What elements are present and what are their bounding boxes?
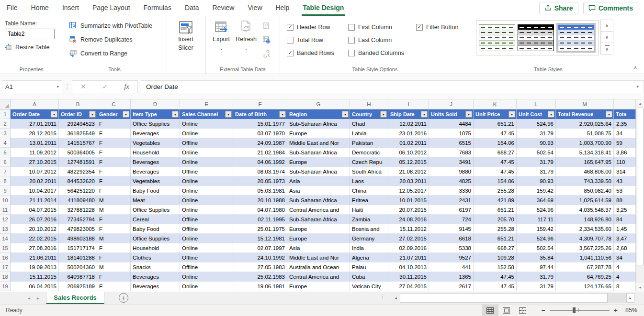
header-cell-total[interactable]: Total [614,109,636,119]
cell[interactable]: 6197 [429,205,474,215]
cell[interactable]: 1,45 [614,224,636,234]
column-header-k[interactable]: K [474,99,517,109]
cell[interactable]: 27.08.2016 [11,243,59,253]
cell[interactable]: 2,334,535.60 [556,224,614,234]
cell[interactable]: 31.79 [517,167,556,176]
insert-slicer-button[interactable]: Insert Slicer [166,16,205,52]
new-sheet-button[interactable]: + [119,293,128,303]
cell[interactable]: 21.11.2014 [11,196,59,205]
cell[interactable]: Central America and [287,272,350,282]
cell[interactable]: 2,920,025.64 [556,119,614,129]
cell[interactable]: Household [131,243,180,253]
row-header-4[interactable]: 4 [0,138,11,148]
cell[interactable]: 47.45 [474,167,517,176]
option-header-row[interactable]: ✓Header Row [287,21,348,33]
cell[interactable]: 47.45 [474,272,517,282]
cell[interactable]: 9880 [429,167,474,176]
cell[interactable]: F [97,253,131,262]
cell[interactable]: 06.04.2015 [11,282,59,291]
cell[interactable]: Asia [287,176,350,186]
cell[interactable]: Vegetables [131,138,180,148]
cell[interactable]: 255.28 [474,186,517,196]
checkbox-checked-icon[interactable]: ✓ [287,24,294,31]
cell[interactable]: 327881228 [59,205,97,215]
menu-tab-home[interactable]: Home [24,0,56,16]
cell[interactable]: Europe [287,282,350,291]
refresh-dropdown-icon[interactable]: ⌄ [244,44,248,53]
cell[interactable]: 651.21 [474,205,517,215]
cell[interactable]: 01.02.2011 [388,138,429,148]
cell[interactable]: 206925189 [59,282,97,291]
sheet-nav-right-icon[interactable]: ▸ [37,295,39,301]
cell[interactable]: 7683 [429,148,474,157]
cell[interactable]: 2,68 [614,243,636,253]
cell[interactable]: 05.03.1981 [233,186,287,196]
cell[interactable]: 84 [614,215,636,224]
cell[interactable]: F [97,176,131,186]
menu-tab-data[interactable]: Data [178,0,206,16]
cell[interactable]: 20.03.2011 [388,176,429,186]
cell[interactable]: Offline [180,215,233,224]
header-cell-total-revenue[interactable]: Total Revenue▼ [556,109,614,119]
filter-button-sales-channel[interactable]: ▼ [225,111,232,118]
gallery-more-button[interactable]: ∨ [600,43,613,54]
cell[interactable]: 59 [614,138,636,148]
cell[interactable]: Offline [180,262,233,272]
row-header-14[interactable]: 14 [0,234,11,243]
cell[interactable]: Beverages [131,272,180,282]
row-header-8[interactable]: 8 [0,176,11,186]
column-header-f[interactable]: F [233,99,287,109]
row-header-13[interactable]: 13 [0,224,11,234]
cell[interactable]: F [97,272,131,282]
zoom-out-icon[interactable]: − [542,306,545,314]
filter-button-unit-price[interactable]: ▼ [508,111,515,118]
cell[interactable]: Australia and Ocean [287,262,350,272]
cell[interactable]: 5,134,318.41 [556,148,614,157]
cell[interactable]: 04.07.1980 [233,205,287,215]
cell[interactable]: 564251220 [59,186,97,196]
cell[interactable]: 524.96 [517,234,556,243]
cell[interactable]: Vegetables [131,176,180,186]
cell[interactable]: 3,47 [614,234,636,243]
column-header-c[interactable]: C [97,99,131,109]
cell[interactable]: 154.06 [474,138,517,148]
menu-tab-table-design[interactable]: Table Design [296,0,350,16]
cell[interactable]: Office Supplies [131,205,180,215]
cell[interactable]: 640987718 [59,272,97,282]
collapse-ribbon-button[interactable]: ∧ [633,65,637,71]
cell[interactable]: F [97,119,131,129]
cell[interactable]: 181401288 [59,253,97,262]
cell[interactable]: Offline [180,253,233,262]
cell[interactable]: Sub-Saharan Africa [287,215,350,224]
cell[interactable]: 3491 [429,157,474,167]
cell[interactable]: Asia [287,243,350,253]
cell[interactable]: Online [180,205,233,215]
zoom-slider[interactable] [550,307,610,314]
cell[interactable]: Sub-Saharan Africa [287,119,350,129]
row-header-19[interactable]: 19 [0,282,11,291]
cell[interactable]: 524.96 [517,205,556,215]
cell[interactable]: Clothes [131,253,180,262]
cell[interactable]: Online [180,129,233,138]
cell[interactable]: Asia [287,186,350,196]
scroll-down-icon[interactable]: ▼ [636,283,644,292]
cell[interactable]: 1,003,700.90 [556,138,614,148]
header-cell-ship-date[interactable]: Ship Date▼ [388,109,429,119]
checkbox-checked-icon[interactable]: ✓ [287,50,294,56]
cell[interactable]: 3,86 [614,148,636,157]
cell[interactable]: 10.01.2015 [388,196,429,205]
cell[interactable]: 90.93 [517,176,556,186]
table-style-medium-blue[interactable] [558,24,594,51]
cell[interactable]: 8 [614,282,636,291]
header-cell-order-id[interactable]: Order ID▼ [59,109,97,119]
cell[interactable]: 151717174 [59,243,97,253]
cell[interactable]: Sub-Saharan Africa [287,167,350,176]
cell[interactable]: 3,25 [614,205,636,215]
filter-button-item-type[interactable]: ▼ [172,111,179,118]
zoom-slider-thumb[interactable] [573,307,576,313]
cell[interactable]: 02.11.1995 [233,215,287,224]
cell[interactable]: 4 [614,262,636,272]
cell[interactable]: Chad [350,119,388,129]
normal-view-button[interactable] [482,305,498,316]
cell[interactable]: 498603188 [59,234,97,243]
